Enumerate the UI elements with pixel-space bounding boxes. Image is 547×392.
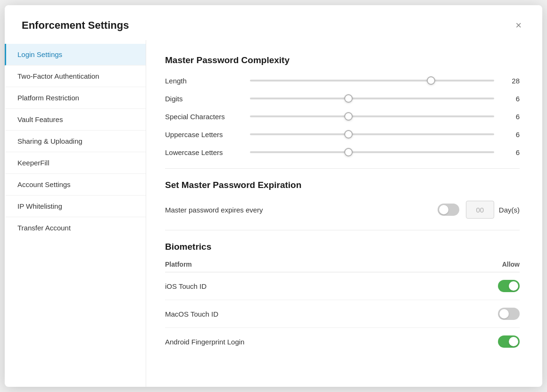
sidebar-item-account-settings[interactable]: Account Settings [5,174,146,196]
sidebar-item-vault-features[interactable]: Vault Features [5,109,146,131]
bio-row-2: Android Fingerprint Login [165,328,520,355]
divider-1 [165,168,520,169]
sidebar-item-sharing-uploading[interactable]: Sharing & Uploading [5,131,146,152]
modal-body: Login SettingsTwo-Factor AuthenticationP… [5,40,542,387]
close-button[interactable]: × [512,18,525,33]
slider-track-wrap-1 [250,94,494,103]
bio-toggle-1[interactable] [498,308,520,320]
slider-row-1: Digits6 [165,94,520,103]
expiry-toggle[interactable] [438,204,459,216]
bio-rows-container: iOS Touch IDMacOS Touch IDAndroid Finger… [165,272,520,355]
slider-row-3: Uppercase Letters6 [165,130,520,139]
slider-track-wrap-4 [250,147,494,157]
bio-platform-label-0: iOS Touch ID [165,282,207,290]
bio-platform-label-1: MacOS Touch ID [165,310,218,318]
bio-toggle-slider-1 [498,308,520,320]
bio-toggle-0[interactable] [498,280,520,292]
slider-label-1: Digits [165,95,250,103]
slider-value-2: 6 [502,113,520,121]
sidebar-item-platform-restriction[interactable]: Platform Restriction [5,87,146,109]
biometrics-title: Biometrics [165,242,520,252]
slider-input-1[interactable] [250,98,494,99]
bio-toggle-slider-2 [498,335,520,348]
slider-input-2[interactable] [250,115,494,117]
sidebar-item-login-settings[interactable]: Login Settings [5,44,146,65]
slider-value-1: 6 [502,95,520,103]
slider-input-3[interactable] [250,133,494,135]
sliders-container: Length28Digits6Special Characters6Upperc… [165,76,520,157]
bio-row-0: iOS Touch ID [165,272,520,300]
modal-title: Enforcement Settings [22,19,129,32]
bio-platform-label-2: Android Fingerprint Login [165,338,244,346]
slider-label-4: Lowercase Letters [165,148,250,156]
slider-input-0[interactable] [250,80,494,82]
password-expiration-section: Set Master Password Expiration Master pa… [165,180,520,219]
slider-value-4: 6 [502,148,520,156]
sidebar: Login SettingsTwo-Factor AuthenticationP… [5,40,146,387]
slider-track-wrap-3 [250,130,494,139]
slider-input-4[interactable] [250,151,494,153]
content-area: Master Password Complexity Length28Digit… [146,40,542,387]
slider-label-2: Special Characters [165,113,250,121]
bio-toggle-2[interactable] [498,335,520,348]
slider-track-wrap-0 [250,76,494,85]
sidebar-item-two-factor[interactable]: Two-Factor Authentication [5,65,146,87]
slider-label-3: Uppercase Letters [165,131,250,139]
slider-value-3: 6 [502,131,520,139]
sidebar-item-keeperfill[interactable]: KeeperFill [5,152,146,174]
expiration-title: Set Master Password Expiration [165,180,520,190]
slider-row-2: Special Characters6 [165,112,520,121]
password-complexity-title: Master Password Complexity [165,55,520,65]
expiry-label: Master password expires every [165,206,438,214]
days-label: Day(s) [499,206,520,214]
slider-row-4: Lowercase Letters6 [165,147,520,157]
biometrics-table-header: Platform Allow [165,257,520,272]
expiry-row: Master password expires every Day(s) [165,201,520,219]
bio-col-platform: Platform [165,261,192,268]
slider-track-wrap-2 [250,112,494,121]
bio-toggle-slider-0 [498,280,520,292]
biometrics-section: Biometrics Platform Allow iOS Touch IDMa… [165,242,520,355]
sidebar-item-transfer-account[interactable]: Transfer Account [5,217,146,238]
slider-value-0: 28 [502,77,520,85]
expiry-toggle-slider [438,204,459,216]
modal-header: Enforcement Settings × [5,5,542,40]
bio-col-allow: Allow [502,261,520,268]
sidebar-item-ip-whitelisting[interactable]: IP Whitelisting [5,196,146,217]
divider-2 [165,230,520,230]
slider-label-0: Length [165,77,250,85]
bio-row-1: MacOS Touch ID [165,300,520,328]
expiry-days-input[interactable] [466,201,494,219]
password-complexity-section: Master Password Complexity Length28Digit… [165,55,520,157]
enforcement-settings-modal: Enforcement Settings × Login SettingsTwo… [5,5,542,387]
slider-row-0: Length28 [165,76,520,85]
